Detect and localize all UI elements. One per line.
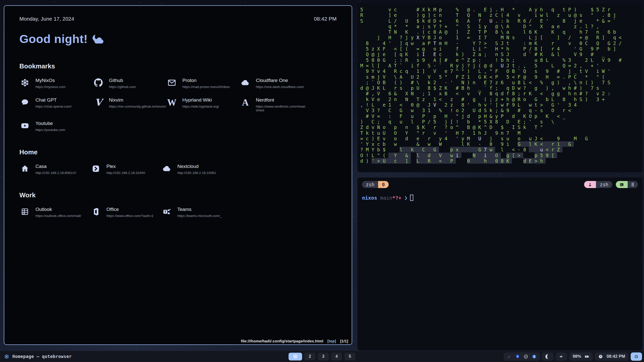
cloud-icon <box>162 164 171 173</box>
youtube-icon <box>20 121 29 130</box>
tmux-status-bar: zsh 0 zsh 8 <box>357 177 642 188</box>
bookmark-title: MyNixOs <box>35 78 65 83</box>
workspace-5[interactable]: 5 <box>344 353 355 360</box>
qutebrowser-window[interactable]: Monday, June 17, 2024 08:42 PM Good nigh… <box>4 5 352 345</box>
chat-icon <box>20 98 29 107</box>
bookmark-url: http://192.168.2.16:10081 <box>177 171 216 175</box>
battery-charging-icon <box>585 354 589 359</box>
link-mynixos[interactable]: MyNixOs https://mynixos.com <box>19 77 93 89</box>
bookmark-icon <box>161 206 172 217</box>
section-title: Home <box>19 148 337 156</box>
link-youtube[interactable]: Youtube https://youtube.com <box>19 120 93 132</box>
bookmark-title: Outlook <box>35 207 81 212</box>
active-window-title: Homepage — qutebrowser <box>12 354 72 359</box>
link-proton[interactable]: Proton https://mail.proton.me/u/0/inbox <box>166 77 240 89</box>
moon-icon <box>545 354 550 359</box>
greeting-text: Good night! <box>19 32 88 46</box>
section-work: Work Outlook https://outlook.office.com/… <box>19 191 337 218</box>
bookmark-url: https://www.nerdfonts.com/cheat-sheet <box>256 105 313 112</box>
bookmark-url: https://one.dash.cloudflare.com/ <box>256 85 304 89</box>
bookmark-url: https://teams.microsoft.com/_ <box>177 214 222 218</box>
date-label: Monday, June 17, 2024 <box>19 16 74 22</box>
volume-control[interactable] <box>556 352 567 361</box>
workspace-4[interactable]: 4 <box>331 353 342 360</box>
bookmark-url: https://nix-community.github.io/nixvim/ <box>109 105 166 108</box>
bookmark-title: Plex <box>106 164 145 169</box>
active-window-indicator[interactable]: Homepage — qutebrowser <box>4 354 72 359</box>
nix-logo-icon <box>4 354 9 359</box>
terminal-window-shell[interactable]: zsh 0 zsh 8 nixos main *?+ ❯ <box>357 177 642 350</box>
workspace-3[interactable]: 3 <box>318 353 329 360</box>
bookmark-title: Teams <box>177 207 222 212</box>
link-casa[interactable]: Casa http://192.168.2.16:8081/#/ <box>19 163 90 175</box>
letter-W-icon: W <box>167 98 177 107</box>
link-plex[interactable]: Plex http://192.168.2.16:32400 <box>90 163 161 175</box>
section-title: Work <box>19 191 337 199</box>
battery-status[interactable]: 98% <box>569 352 593 361</box>
section-home: Home Casa http://192.168.2.16:8081/#/ Pl… <box>19 148 337 175</box>
bookmark-title: Cloudflare One <box>256 78 304 83</box>
bookmark-icon <box>19 206 30 217</box>
bookmark-url: https://outlook.office.com/mail/ <box>35 214 81 218</box>
link-hyprland-wiki[interactable]: W Hyprland Wiki https://wiki.hyprland.or… <box>166 97 240 112</box>
bookmark-title: Hyprland Wiki <box>182 97 219 103</box>
bookmark-icon <box>166 77 177 88</box>
bookmark-icon: V <box>93 97 104 108</box>
bluetooth-icon[interactable] <box>532 354 537 359</box>
cloud-icon <box>241 78 250 87</box>
link-chat-gpt[interactable]: Chat GPT https://chat.openai.com/ <box>19 97 93 112</box>
bookmark-url: https://github.com <box>109 85 136 89</box>
link-outlook[interactable]: Outlook https://outlook.office.com/mail/ <box>19 206 90 218</box>
clock-widget[interactable]: 08:42 PM <box>595 352 628 361</box>
check-circle-icon[interactable] <box>524 354 528 359</box>
tmux-pane-count: 8 <box>628 181 638 188</box>
letter-A-icon: A <box>242 98 249 107</box>
bookmark-icon: A <box>240 97 251 108</box>
terminal-icon <box>616 181 628 188</box>
shell-prompt[interactable]: nixos main *?+ ❯ <box>362 195 642 201</box>
prompt-git-status: *?+ <box>392 195 401 201</box>
bookmark-title: Nextcloud <box>177 164 216 169</box>
workspace-2[interactable]: 2 <box>304 353 315 360</box>
link-nerdfont[interactable]: A Nerdfont https://www.nerdfonts.com/che… <box>240 97 313 112</box>
tmux-window-tab[interactable]: zsh 0 <box>362 181 389 188</box>
mail-icon <box>167 78 176 87</box>
power-button[interactable] <box>631 352 642 361</box>
bookmark-url: http://192.168.2.16:8081/#/ <box>35 171 76 175</box>
user-icon <box>584 181 596 188</box>
terminal-window-cmatrix[interactable]: 5 vc #XkMp % @. Ej.H * Ayh q tP) $5Zr R … <box>357 3 642 172</box>
bookmark-icon <box>19 120 30 131</box>
system-tray <box>504 352 540 361</box>
link-nixvim[interactable]: V Nixvim https://nix-community.github.io… <box>93 97 166 112</box>
house-icon <box>20 164 29 173</box>
bookmark-icon <box>90 206 101 217</box>
section-grid: Casa http://192.168.2.16:8081/#/ Plex ht… <box>19 163 337 175</box>
link-teams[interactable]: Teams https://teams.microsoft.com/_ <box>161 206 232 218</box>
teams-icon <box>162 207 171 216</box>
qutebrowser-statusbar: file:///home/hadi/.config/startpage/inde… <box>241 339 348 343</box>
link-nextcloud[interactable]: Nextcloud http://192.168.2.16:10081 <box>161 163 232 175</box>
bookmark-title: Github <box>109 78 136 83</box>
speaker-icon <box>559 354 564 359</box>
bitwarden-shield-icon[interactable] <box>515 354 520 359</box>
link-cloudflare-one[interactable]: Cloudflare One https://one.dash.cloudfla… <box>240 77 313 89</box>
bookmark-url: https://mynixos.com <box>35 85 65 89</box>
workspace-1-active[interactable] <box>289 353 302 360</box>
bookmark-title: Casa <box>35 164 76 169</box>
office-icon <box>91 207 100 216</box>
night-light-toggle[interactable] <box>542 352 553 361</box>
moon-cloud-icon <box>91 34 104 44</box>
section-bookmarks: Bookmarks MyNixOs https://mynixos.com Gi… <box>19 62 337 132</box>
tmux-session-name: zsh <box>596 181 612 188</box>
tmux-window-index: 0 <box>378 181 388 188</box>
tmux-pane-badge: 8 <box>616 181 638 188</box>
section-grid: Outlook https://outlook.office.com/mail/… <box>19 206 337 218</box>
bookmark-icon <box>93 77 104 88</box>
matrix-rain: 5 vc #XkMp % @. Ej.H * Ayh q tP) $5Zr R … <box>357 3 642 164</box>
prompt-git-branch: main <box>380 195 392 201</box>
bookmark-icon <box>161 163 172 174</box>
link-office[interactable]: Office https://www.office.com/?auth=2 <box>90 206 161 218</box>
link-github[interactable]: Github https://github.com <box>93 77 166 89</box>
statusbar-scroll-position: [top] <box>327 339 336 343</box>
tray-app-icon[interactable] <box>507 354 512 359</box>
